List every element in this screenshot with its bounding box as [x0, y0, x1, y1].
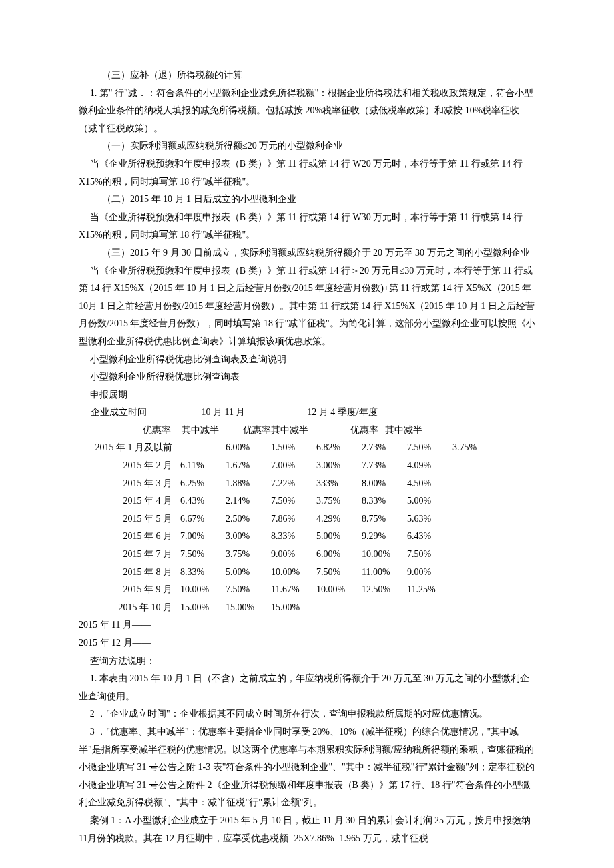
row-label: 2015 年 10 月 — [79, 599, 176, 617]
cell: 6.00% — [312, 546, 358, 564]
table-row: 2015 年 4 月6.43%2.14%7.50%3.75%8.33%5.00% — [79, 492, 535, 510]
table-row-nov: 2015 年 11 月—— — [79, 616, 535, 634]
cell: 5.00% — [222, 564, 267, 582]
cell: 7.00% — [176, 528, 222, 546]
cell: 8.00% — [358, 475, 403, 493]
col-half: 其中减半 — [174, 422, 227, 440]
cell: 2.50% — [222, 510, 267, 528]
cell: 9.00% — [267, 546, 312, 564]
cell — [403, 599, 448, 617]
table-row: 2015 年 1 月及以前6.00%1.50%6.82%2.73%7.50%3.… — [79, 439, 535, 457]
row-label: 2015 年 8 月 — [79, 564, 176, 582]
cell — [448, 492, 494, 510]
cell: 10.00% — [267, 564, 312, 582]
case-1: 案例 1：A 小型微利企业成立于 2015 年 5 月 10 日，截止 11 月… — [79, 812, 535, 847]
table-row: 2015 年 5 月6.67%2.50%7.86%4.29%8.75%5.63% — [79, 510, 535, 528]
cell: 3.75% — [448, 439, 494, 457]
cell: 11.67% — [267, 581, 312, 599]
query-note-3: 3 ．"优惠率、其中减半"：优惠率主要指企业同时享受 20%、10%（减半征税）… — [79, 723, 535, 812]
table-row: 2015 年 7 月7.50%3.75%9.00%6.00%10.00%7.50… — [79, 546, 535, 564]
cell: 8.33% — [358, 492, 403, 510]
cell: 7.50% — [222, 581, 267, 599]
cell — [448, 475, 494, 493]
cell — [448, 564, 494, 582]
paragraph: 当《企业所得税预缴和年度申报表（B 类）》第 11 行或第 14 行＞20 万元… — [79, 262, 535, 351]
table-row-dec: 2015 年 12 月—— — [79, 634, 535, 653]
table-row: 2015 年 3 月6.25%1.88%7.22%333%8.00%4.50% — [79, 475, 535, 493]
cell: 5.63% — [403, 510, 448, 528]
cell — [448, 546, 494, 564]
cell: 15.00% — [222, 599, 267, 617]
cell: 3.75% — [312, 492, 358, 510]
cell: 15.00% — [267, 599, 312, 617]
table-title-note: 小型微利企业所得税优惠比例查询表及查询说明 — [79, 351, 535, 369]
cell: 15.00% — [176, 599, 222, 617]
cell: 2.14% — [222, 492, 267, 510]
cell: 9.29% — [358, 528, 403, 546]
table-row: 2015 年 6 月7.00%3.00%8.33%5.00%9.29%6.43% — [79, 528, 535, 546]
cell: 6.43% — [403, 528, 448, 546]
period-label: 申报属期 — [79, 386, 535, 404]
table-row: 2015 年 9 月10.00%7.50%11.67%10.00%12.50%1… — [79, 581, 535, 599]
query-note-title: 查询方法说明： — [79, 653, 535, 671]
cell: 11.25% — [403, 581, 448, 599]
row-label: 2015 年 5 月 — [79, 510, 176, 528]
cell: 6.82% — [312, 439, 358, 457]
cell: 7.22% — [267, 475, 312, 493]
cell: 7.50% — [267, 492, 312, 510]
paragraph: 1. 第" 行"减．：符合条件的小型微利企业减免所得税额"：根据企业所得税法和相… — [79, 85, 535, 138]
col-half: 其中减半 — [380, 422, 427, 440]
cell: 7.00% — [267, 457, 312, 475]
section-3-title: （三）应补（退）所得税额的计算 — [79, 67, 535, 85]
cell — [448, 599, 494, 617]
row-label: 2015 年 6 月 — [79, 528, 176, 546]
col-dec-q4-year: 12 月 4 季度/年度 — [276, 404, 409, 422]
cell: 4.29% — [312, 510, 358, 528]
cell — [448, 457, 494, 475]
row-label: 2015 年 7 月 — [79, 546, 176, 564]
cell: 7.50% — [176, 546, 222, 564]
paragraph: 当《企业所得税预缴和年度申报表（B 类）》第 11 行或第 14 行 W20 万… — [79, 155, 535, 191]
cell: 10.00% — [312, 581, 358, 599]
col-oct-nov: 10 月 11 月 — [174, 404, 274, 422]
table-row: 2015 年 10 月15.00%15.00%15.00% — [79, 599, 535, 617]
sub-2-title: （二）2015 年 10 月 1 日后成立的小型微利企业 — [79, 191, 535, 209]
row-label: 2015 年 1 月及以前 — [79, 439, 176, 457]
cell: 10.00% — [176, 581, 222, 599]
col-rate-half: 优惠率其中减半 — [229, 422, 322, 440]
query-note-1: 1. 本表由 2015 年 10 月 1 日（不含）之前成立的，年应纳税所得额介… — [79, 670, 535, 705]
col-establish-time: 企业成立时间 — [79, 404, 171, 422]
sub-3-title: （三）2015 年 9 月 30 日前成立，实际利润额或应纳税所得额介于 20 … — [79, 244, 535, 262]
cell: 333% — [312, 475, 358, 493]
table-row: 2015 年 2 月6.11%1.67%7.00%3.00%7.73%4.09% — [79, 457, 535, 475]
cell: 5.00% — [403, 492, 448, 510]
cell — [358, 599, 403, 617]
cell: 6.25% — [176, 475, 222, 493]
cell: 3.75% — [222, 546, 267, 564]
col-rate: 优惠率 — [325, 422, 378, 440]
cell — [312, 599, 358, 617]
cell: 7.73% — [358, 457, 403, 475]
cell: 2.73% — [358, 439, 403, 457]
cell: 7.50% — [403, 439, 448, 457]
cell: 3.00% — [222, 528, 267, 546]
cell: 1.67% — [222, 457, 267, 475]
cell: 6.43% — [176, 492, 222, 510]
sub-1-title: （一）实际利润额或应纳税所得额≤20 万元的小型微利企业 — [79, 137, 535, 155]
row-label: 2015 年 9 月 — [79, 581, 176, 599]
cell: 4.09% — [403, 457, 448, 475]
cell: 3.00% — [312, 457, 358, 475]
cell: 8.33% — [267, 528, 312, 546]
cell: 7.86% — [267, 510, 312, 528]
cell: 9.00% — [403, 564, 448, 582]
cell: 6.67% — [176, 510, 222, 528]
cell: 11.00% — [358, 564, 403, 582]
col-rate: 优惠率 — [79, 422, 171, 440]
cell — [176, 439, 222, 457]
cell: 10.00% — [358, 546, 403, 564]
cell: 7.50% — [403, 546, 448, 564]
table-header-2: 优惠率 其中减半 优惠率其中减半 优惠率 其中减半 — [79, 422, 535, 440]
cell — [448, 581, 494, 599]
table-title: 小型微利企业所得税优惠比例查询表 — [79, 368, 535, 386]
cell: 8.33% — [176, 564, 222, 582]
